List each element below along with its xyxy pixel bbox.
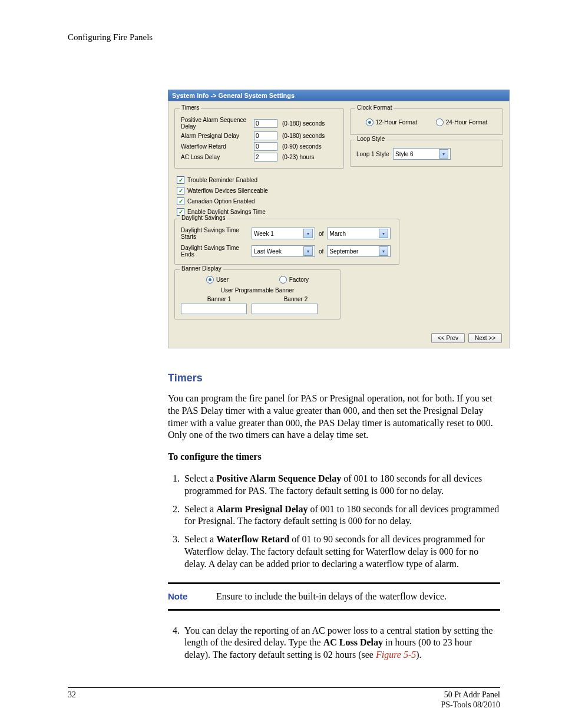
ac-loss-delay-input[interactable]	[254, 153, 277, 162]
figure-reference-link[interactable]: Figure 5-5	[376, 650, 416, 660]
clock-12-label: 12-Hour Format	[376, 119, 418, 126]
procedure-list-cont: You can delay the reporting of an AC pow…	[168, 625, 500, 661]
select-value: March	[329, 230, 346, 237]
clock-format-group: Clock Format 12-Hour Format 24-Hour Form…	[350, 108, 503, 135]
page-footer: 32 50 Pt Addr Panel PS-Tools 08/2010	[68, 687, 500, 710]
chevron-down-icon: ▾	[303, 229, 313, 238]
ds-start-week-select[interactable]: Week 1▾	[252, 228, 315, 239]
daylight-savings-group: Daylight Savings Daylight Savings Time S…	[174, 219, 399, 265]
ds-start-label: Daylight Savings Time Starts	[181, 227, 252, 240]
clock-12-radio[interactable]	[366, 118, 373, 126]
next-button[interactable]: Next >>	[468, 333, 502, 343]
ds-legend: Daylight Savings	[180, 215, 227, 221]
waterflow-retard-input[interactable]	[254, 142, 277, 151]
banner-factory-radio[interactable]	[279, 276, 287, 284]
page-number: 32	[68, 690, 76, 710]
of-label: of	[319, 248, 323, 255]
ds-end-week-select[interactable]: Last Week▾	[252, 245, 315, 257]
procedure-list: Select a Positive Alarm Sequence Delay o…	[168, 473, 500, 571]
banner-user-label: User	[216, 276, 229, 283]
banner-legend: Banner Display	[180, 265, 223, 272]
note-text: Ensure to include the built-in delays of…	[216, 591, 447, 602]
timer-label: Alarm Presignal Delay	[181, 133, 252, 139]
timer-hint: (0-180) seconds	[282, 120, 325, 127]
chevron-down-icon: ▾	[379, 229, 388, 238]
select-value: September	[329, 248, 358, 255]
timer-hint: (0-180) seconds	[282, 133, 325, 139]
loop-style-select[interactable]: Style 6 ▾	[393, 148, 451, 160]
timers-group: Timers Positive Alarm Sequence Delay (0-…	[174, 108, 344, 169]
intro-paragraph: You can program the fire panel for PAS o…	[168, 393, 500, 442]
prev-button[interactable]: << Prev	[431, 333, 465, 343]
timer-hint: (0-23) hours	[282, 154, 314, 160]
ds-end-month-select[interactable]: September▾	[327, 245, 391, 257]
banner-display-group: Banner Display User Factory User Program…	[174, 269, 340, 319]
list-item: You can delay the reporting of an AC pow…	[182, 625, 500, 661]
ds-end-label: Daylight Savings Time Ends	[181, 245, 252, 258]
chevron-down-icon: ▾	[379, 246, 388, 256]
footer-title: 50 Pt Addr Panel	[441, 690, 500, 700]
canadian-option-checkbox[interactable]	[177, 197, 184, 205]
pas-delay-input[interactable]	[254, 119, 277, 128]
running-header: Configuring Fire Panels	[68, 32, 500, 42]
select-value: Last Week	[254, 248, 282, 255]
section-heading: Timers	[168, 372, 500, 384]
procedure-subhead: To configure the timers	[168, 451, 500, 463]
select-value: Week 1	[254, 230, 274, 237]
presignal-delay-input[interactable]	[254, 131, 277, 140]
trouble-reminder-checkbox[interactable]	[177, 176, 184, 184]
timer-label: Positive Alarm Sequence Delay	[181, 117, 252, 130]
of-label: of	[319, 230, 323, 237]
check-label: Waterflow Devices Silenceable	[187, 187, 268, 194]
clock-24-radio[interactable]	[436, 118, 444, 126]
loop-label: Loop 1 Style	[356, 151, 393, 157]
timer-hint: (0-90) seconds	[282, 143, 322, 150]
check-label: Canadian Option Enabled	[187, 198, 255, 205]
list-item: Select a Waterflow Retard of 01 to 90 se…	[182, 533, 500, 570]
note-block: Note Ensure to include the built-in dela…	[168, 582, 500, 611]
note-label: Note	[168, 591, 216, 602]
check-label: Trouble Reminder Enabled	[187, 177, 257, 183]
banner1-label: Banner 1	[207, 296, 232, 302]
loop-legend: Loop Style	[355, 136, 386, 142]
timer-label: AC Loss Delay	[181, 154, 252, 160]
clock-24-label: 24-Hour Format	[446, 119, 488, 126]
banner1-input[interactable]	[181, 304, 247, 314]
app-screenshot: System Info -> General System Settings T…	[168, 90, 510, 348]
banner2-input[interactable]	[252, 304, 318, 314]
loop-style-value: Style 6	[395, 151, 414, 157]
list-item: Select a Positive Alarm Sequence Delay o…	[182, 473, 500, 498]
timers-legend: Timers	[180, 104, 201, 111]
ds-start-month-select[interactable]: March▾	[327, 228, 391, 239]
chevron-down-icon: ▾	[303, 246, 313, 256]
banner2-label: Banner 2	[284, 296, 308, 302]
footer-date: PS-Tools 08/2010	[441, 700, 500, 710]
banner-factory-label: Factory	[289, 276, 309, 283]
list-item: Select a Alarm Presignal Delay of 001 to…	[182, 503, 500, 528]
loop-style-group: Loop Style Loop 1 Style Style 6 ▾	[350, 140, 503, 167]
timer-label: Waterflow Retard	[181, 143, 252, 150]
chevron-down-icon: ▾	[439, 149, 448, 159]
waterflow-silenceable-checkbox[interactable]	[177, 187, 184, 195]
clock-legend: Clock Format	[355, 104, 394, 111]
banner-user-radio[interactable]	[206, 276, 214, 284]
banner-subhead: User Programmable Banner	[181, 287, 334, 294]
window-titlebar: System Info -> General System Settings	[168, 90, 510, 101]
